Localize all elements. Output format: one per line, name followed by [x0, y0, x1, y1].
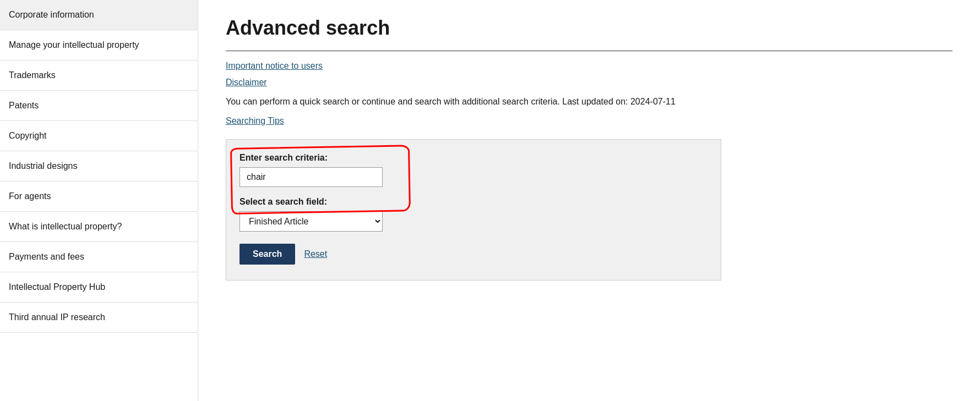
- sidebar-item-third-annual[interactable]: Third annual IP research: [0, 303, 198, 333]
- sidebar-item-copyright[interactable]: Copyright: [0, 121, 198, 151]
- sidebar-item-for-agents[interactable]: For agents: [0, 182, 198, 212]
- sidebar: Corporate information Manage your intell…: [0, 0, 198, 401]
- sidebar-item-what-is-ip[interactable]: What is intellectual property?: [0, 212, 198, 242]
- sidebar-item-corporate-information[interactable]: Corporate information: [0, 0, 198, 30]
- search-field-label: Select a search field:: [239, 197, 707, 207]
- disclaimer-link[interactable]: Disclaimer: [226, 78, 952, 87]
- sidebar-item-payments-fees[interactable]: Payments and fees: [0, 242, 198, 272]
- sidebar-item-industrial-designs[interactable]: Industrial designs: [0, 151, 198, 182]
- button-row: Search Reset: [239, 244, 707, 265]
- search-input[interactable]: [239, 167, 383, 187]
- searching-tips-link[interactable]: Searching Tips: [226, 116, 952, 126]
- search-criteria-label: Enter search criteria:: [239, 153, 707, 163]
- sidebar-item-ip-hub[interactable]: Intellectual Property Hub: [0, 272, 198, 303]
- sidebar-item-trademarks[interactable]: Trademarks: [0, 61, 198, 91]
- important-notice-link[interactable]: Important notice to users: [226, 61, 952, 71]
- search-button[interactable]: Search: [239, 244, 295, 265]
- main-content: Advanced search Important notice to user…: [198, 0, 980, 401]
- description-text: You can perform a quick search or contin…: [226, 95, 952, 108]
- reset-button[interactable]: Reset: [304, 249, 327, 259]
- title-divider: [226, 51, 952, 51]
- sidebar-item-patents[interactable]: Patents: [0, 91, 198, 121]
- search-form-box: Enter search criteria: Select a search f…: [226, 139, 721, 281]
- search-field-select[interactable]: Finished Article Title Description Autho…: [239, 211, 383, 232]
- page-title: Advanced search: [226, 17, 952, 40]
- sidebar-item-manage-ip[interactable]: Manage your intellectual property: [0, 30, 198, 61]
